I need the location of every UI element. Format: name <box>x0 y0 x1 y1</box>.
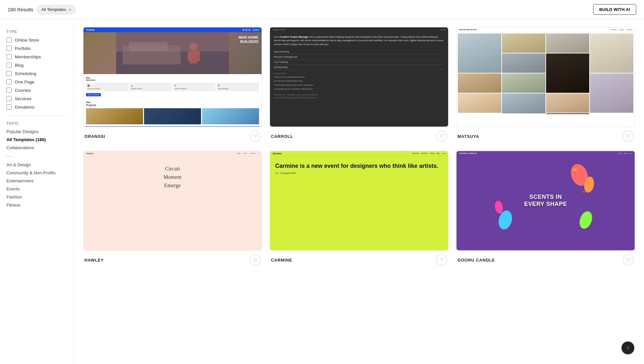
carmine-nav-icons: ● ● ● <box>442 152 446 155</box>
carmine-nav-1: Speakers <box>412 152 419 155</box>
topic-section-title: TOPIC <box>6 121 67 125</box>
carmine-date: 10 – 12 August 2023 <box>275 172 443 174</box>
label-blog: Blog <box>15 63 24 68</box>
carmine-nav-2: Schedule <box>421 152 428 155</box>
carroll-projects-label: Recent Projects <box>274 72 444 74</box>
gooru-logo: GOORU CANDLE <box>459 152 477 154</box>
carroll-project-3: A web-based internal sales tool for real… <box>274 84 444 86</box>
hawley-nav-3: Contact <box>250 152 255 155</box>
checkbox-donations[interactable] <box>6 104 12 110</box>
label-donations: Donations <box>15 105 34 110</box>
carroll-footer-note: I don't hire me — by which I mean, I am … <box>274 93 444 99</box>
topic-fitness[interactable]: Fitness <box>6 203 67 207</box>
filter-portfolio[interactable]: Portfolio <box>6 46 67 51</box>
gooru-card-footer: GOORU CANDLE ♡ <box>456 251 635 267</box>
carroll-project-2: An innovative location-based app. <box>274 80 444 82</box>
label-online-store: Online Store <box>15 38 39 43</box>
gooru-template-name: GOORU CANDLE <box>457 258 495 263</box>
matsuya-logo: KEVIN MATSUYA <box>459 29 477 31</box>
topic-community[interactable]: Community & Non-Profits <box>6 170 67 175</box>
card-preview-carmine[interactable]: Carmine Speakers Schedule Tickets Blog ●… <box>270 151 448 251</box>
matsuya-template-name: MATSUYA <box>457 134 479 139</box>
topic-events[interactable]: Events <box>6 187 67 191</box>
checkbox-services[interactable] <box>6 96 12 101</box>
gooru-nav-2: About <box>623 152 628 154</box>
svg-rect-14 <box>583 191 585 193</box>
checkbox-one-page[interactable] <box>6 79 12 84</box>
carmine-logo: Carmine <box>273 152 282 155</box>
checkbox-memberships[interactable] <box>6 54 12 59</box>
body-layout: TYPE Online Store Portfolio Memberships … <box>0 19 644 364</box>
label-portfolio: Portfolio <box>15 46 31 51</box>
card-preview-carroll[interactable]: Seyton Carroll I'm a Creative Project Ma… <box>270 27 448 127</box>
carroll-skill-1: Sprint Planning <box>274 49 444 54</box>
filter-online-store[interactable]: Online Store <box>6 37 67 43</box>
carmine-favorite-button[interactable]: ♡ <box>436 254 447 265</box>
card-preview-gooru[interactable]: GOORU CANDLE Shop About ● ● <box>456 151 635 251</box>
filter-one-page[interactable]: One Page <box>6 79 67 84</box>
card-preview-hawley[interactable]: Hawley Work About Contact ▾ Circuit Mome… <box>83 151 262 251</box>
hawley-logo: Hawley <box>86 152 93 155</box>
matsuya-nav-2: Things <box>619 29 624 31</box>
checkbox-courses[interactable] <box>6 88 12 93</box>
hawley-favorite-button[interactable]: ♡ <box>250 254 261 265</box>
topic-popular-designs[interactable]: Popular Designs <box>6 129 67 134</box>
carmine-nav-4: Blog <box>437 152 440 155</box>
matsuya-nav-3: Contact <box>627 29 632 31</box>
main-content: Oranssi <box>74 19 644 364</box>
gooru-favorite-button[interactable]: ♡ <box>623 254 634 265</box>
filter-tag-close[interactable]: × <box>69 7 71 12</box>
template-card-carmine: Carmine Speakers Schedule Tickets Blog ●… <box>270 151 448 267</box>
matsuya-photo-grid <box>457 32 635 115</box>
oranssi-card-footer: ORANSSI ♡ <box>83 127 262 143</box>
template-card-oranssi: Oranssi <box>83 27 262 143</box>
carroll-card-footer: CARROLL ♡ <box>270 127 448 143</box>
checkbox-scheduling[interactable] <box>6 71 12 76</box>
carmine-template-name: CARMINE <box>271 258 292 263</box>
hawley-line-1: Circuit <box>165 166 180 172</box>
oranssi-favorite-button[interactable]: ♡ <box>250 131 261 142</box>
filter-scheduling[interactable]: Scheduling <box>6 71 67 76</box>
template-card-matsuya: KEVIN MATSUYA Portfolio Things Contact <box>456 27 635 143</box>
template-card-carroll: Seyton Carroll I'm a Creative Project Ma… <box>270 27 448 143</box>
topic-collaborations[interactable]: Collaborations <box>6 145 67 150</box>
carroll-skill-4: QA Reporting <box>274 65 444 70</box>
filter-courses[interactable]: Courses <box>6 88 67 93</box>
type-section-title: TYPE <box>6 30 67 34</box>
topic-fashion[interactable]: Fashion <box>6 195 67 199</box>
filter-blog[interactable]: Blog <box>6 62 67 68</box>
checkbox-online-store[interactable] <box>6 37 12 43</box>
carroll-skill-3: Cost Tracking <box>274 60 444 65</box>
filter-services[interactable]: Services <box>6 96 67 101</box>
carmine-nav-3: Tickets <box>429 152 435 155</box>
scroll-to-top-button[interactable]: ↑ <box>621 341 634 354</box>
matsuya-favorite-button[interactable]: ♡ <box>623 131 634 142</box>
carroll-template-name: CARROLL <box>271 134 293 139</box>
label-scheduling: Scheduling <box>15 71 36 76</box>
hawley-template-name: HAWLEY <box>84 258 104 263</box>
hawley-nav-1: Work <box>237 152 241 155</box>
label-memberships: Memberships <box>15 54 41 59</box>
build-with-ai-button[interactable]: BUILD WITH AI <box>593 4 636 15</box>
checkbox-portfolio[interactable] <box>6 46 12 51</box>
topic-section: TOPIC Popular Designs All Templates (180… <box>6 121 67 207</box>
carroll-favorite-button[interactable]: ♡ <box>436 131 447 142</box>
svg-rect-13 <box>573 168 577 171</box>
filter-memberships[interactable]: Memberships <box>6 54 67 59</box>
checkbox-blog[interactable] <box>6 62 12 68</box>
topic-separator: — <box>6 153 67 159</box>
sidebar: TYPE Online Store Portfolio Memberships … <box>0 19 74 364</box>
topic-art-design[interactable]: Art & Design <box>6 162 67 167</box>
topic-all-templates[interactable]: All Templates (180) <box>6 137 67 142</box>
hawley-nav-2: About <box>243 152 247 155</box>
label-services: Services <box>15 96 32 101</box>
card-preview-matsuya[interactable]: KEVIN MATSUYA Portfolio Things Contact <box>456 27 635 127</box>
header: 180 Results All Templates × BUILD WITH A… <box>0 0 644 19</box>
hawley-nav-4: ▾ <box>258 152 259 155</box>
header-left: 180 Results All Templates × <box>8 5 75 14</box>
filter-tag[interactable]: All Templates × <box>37 5 75 14</box>
filter-donations[interactable]: Donations <box>6 104 67 110</box>
topic-entertainment[interactable]: Entertainment <box>6 178 67 183</box>
card-preview-oranssi[interactable]: Oranssi <box>83 27 262 127</box>
carroll-project-1: A dot com for a major fashion brand. <box>274 76 444 78</box>
